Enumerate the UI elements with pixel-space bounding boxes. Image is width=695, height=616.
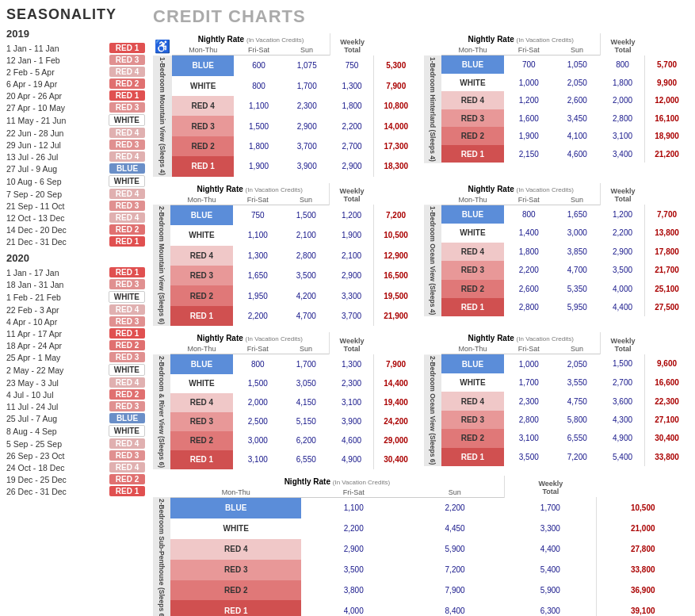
season-badge: WHITE — [109, 425, 145, 437]
charts-row-2: Nightly Rate (In Vacation Credits)Weekly… — [153, 332, 689, 469]
seasonality-title: SEASONALITY — [6, 6, 145, 23]
season-badge: WHITE — [109, 364, 145, 376]
season-row: 7 Sep - 20 SepRED 4 — [6, 188, 145, 200]
season-year-2020: 2020 — [6, 252, 145, 264]
weekly-total-cell: 21,900 — [374, 306, 418, 326]
rate-cell: 4,150 — [283, 393, 330, 412]
rate-cell: 1,000 — [504, 74, 554, 92]
rate-cell: 4,600 — [554, 145, 601, 163]
table-row: 2-Bedroom Mountain View (Sleeps 6)BLUE75… — [153, 205, 418, 225]
season-row: 11 Apr - 17 AprRED 1 — [6, 327, 145, 339]
rate-cell: 1,950 — [233, 285, 283, 305]
season-row: 22 Jun - 28 JunRED 4 — [6, 127, 145, 139]
season-badge: WHITE — [109, 175, 145, 187]
season-badge: RED 4 — [109, 151, 145, 162]
weekly-total-cell: 7,700 — [645, 205, 689, 224]
rate-cell: 6,200 — [283, 431, 330, 450]
rate-cell: 4,000 — [601, 280, 645, 298]
table-row: RED 31,6003,4502,80016,100 — [424, 109, 689, 128]
chart-table-t5: Nightly Rate (In Vacation Credits)Weekly… — [153, 332, 418, 469]
season-type-cell: RED 2 — [170, 580, 301, 601]
col-header-monthu: Mon-Thu — [172, 45, 234, 55]
table-row: RED 42,9005,9004,40027,800 — [153, 539, 689, 560]
rate-cell: 5,400 — [601, 448, 645, 466]
weekly-total-cell: 13,800 — [645, 224, 689, 242]
weekly-total-cell: 17,300 — [374, 136, 418, 156]
season-date: 22 Feb - 3 Apr — [6, 305, 59, 315]
season-badge: RED 3 — [109, 140, 145, 150]
table-row: 1-Bedroom Mountain View (Sleeps 4)BLUE60… — [153, 55, 418, 76]
weekly-total-cell: 21,200 — [645, 145, 689, 163]
weekly-total-cell: 29,000 — [374, 431, 418, 450]
season-date: 22 Jun - 28 Jun — [6, 128, 63, 138]
season-row: 26 Dec - 31 DecRED 1 — [6, 485, 145, 497]
season-type-cell: BLUE — [170, 205, 233, 225]
season-date: 12 Oct - 13 Dec — [6, 213, 65, 223]
rate-cell: 3,500 — [283, 266, 330, 285]
rate-cell: 3,000 — [554, 224, 601, 242]
season-date: 26 Sep - 23 Oct — [6, 451, 65, 461]
season-row: 21 Dec - 31 DecRED 1 — [6, 235, 145, 247]
table-row: RED 12,8005,9504,40027,500 — [424, 298, 689, 316]
season-date: 13 Jul - 26 Jul — [6, 152, 58, 162]
rate-cell: 4,900 — [330, 450, 374, 469]
rate-cell: 3,100 — [330, 393, 374, 412]
rate-cell: 7,900 — [406, 580, 504, 601]
rate-cell: 4,600 — [330, 431, 374, 450]
rate-cell: 1,650 — [554, 205, 601, 224]
rate-cell: 2,800 — [601, 109, 645, 128]
rate-cell: 3,000 — [233, 431, 283, 450]
table-row: RED 42,0004,1503,10019,400 — [153, 393, 418, 412]
season-date: 21 Sep - 11 Oct — [6, 201, 65, 211]
season-type-cell: BLUE — [170, 497, 301, 518]
rate-cell: 1,800 — [234, 136, 283, 156]
rate-cell: 3,800 — [301, 580, 406, 601]
credit-table: Nightly Rate (In Vacation Credits)Weekly… — [424, 33, 689, 163]
weekly-total-header: WeeklyTotal — [601, 33, 645, 55]
season-badge: BLUE — [109, 413, 145, 423]
rate-cell: 1,100 — [301, 497, 406, 518]
rate-cell: 5,950 — [554, 298, 601, 316]
table-row: RED 14,0008,4006,30039,100 — [153, 600, 689, 616]
rate-cell: 2,900 — [284, 116, 330, 136]
season-date: 11 Jul - 24 Jul — [6, 402, 58, 411]
season-type-cell: RED 2 — [441, 429, 504, 447]
season-type-cell: WHITE — [172, 76, 234, 96]
rate-cell: 2,900 — [330, 266, 374, 285]
rate-cell: 1,400 — [504, 224, 554, 242]
season-row: 29 Jun - 12 JulRED 3 — [6, 139, 145, 151]
rate-cell: 2,050 — [554, 74, 601, 92]
table-row: RED 41,8003,8502,90017,800 — [424, 243, 689, 261]
weekly-total-cell: 22,300 — [645, 392, 689, 410]
season-badge: RED 2 — [109, 340, 145, 350]
season-badge: RED 3 — [109, 450, 145, 461]
room-label: 1-Bedroom Hinterland (Sleeps 4) — [424, 55, 441, 163]
rate-cell: 2,700 — [330, 136, 374, 156]
season-badge: RED 3 — [109, 55, 145, 65]
season-date: 21 Dec - 31 Dec — [6, 237, 67, 247]
season-date: 27 Apr - 10 May — [6, 103, 65, 113]
season-badge: WHITE — [109, 291, 145, 303]
season-badge: RED 3 — [109, 201, 145, 211]
table-row: WHITE1,7003,5502,70016,600 — [424, 373, 689, 392]
season-date: 27 Jul - 9 Aug — [6, 164, 57, 174]
weekly-total-cell: 16,100 — [645, 109, 689, 128]
season-badge: RED 4 — [109, 438, 145, 449]
season-row: 1 Jan - 11 JanRED 1 — [6, 42, 145, 54]
rate-cell: 2,900 — [301, 539, 406, 560]
rate-cell: 5,400 — [504, 560, 597, 580]
season-type-cell: RED 3 — [170, 560, 301, 580]
empty-cell — [424, 332, 441, 354]
weekly-total-cell: 18,900 — [645, 127, 689, 145]
rate-cell: 8,400 — [406, 600, 504, 616]
rate-cell: 3,100 — [504, 429, 554, 447]
table-row: RED 23,0006,2004,60029,000 — [153, 431, 418, 450]
col-header-frisat: Fri-Sat — [233, 195, 283, 205]
rate-cell: 2,200 — [233, 306, 283, 326]
season-type-cell: RED 4 — [170, 246, 233, 266]
season-date: 25 Apr - 1 May — [6, 353, 60, 362]
rate-cell: 1,700 — [284, 76, 330, 96]
col-header-frisat: Fri-Sat — [504, 45, 554, 55]
weekly-total-cell: 16,600 — [645, 373, 689, 392]
rate-cell: 1,050 — [554, 55, 601, 74]
